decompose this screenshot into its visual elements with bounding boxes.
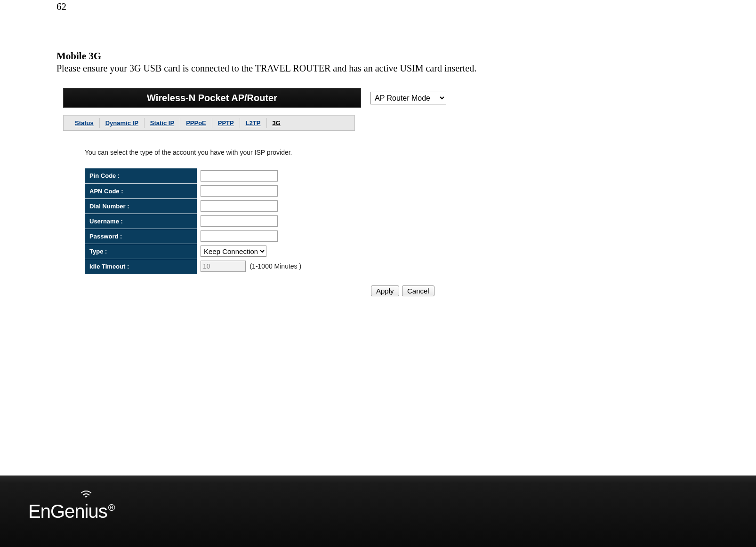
registered-mark: ® [108,502,115,513]
form-content: You can select the type of the account y… [63,131,446,296]
label-idle-timeout: Idle Timeout : [85,259,197,274]
input-username[interactable] [201,215,278,227]
page-number: 62 [56,1,700,13]
wifi-icon [79,491,93,500]
input-password[interactable] [201,230,278,242]
section-title: Mobile 3G [56,50,700,62]
tab-l2tp[interactable]: L2TP [240,118,267,128]
tab-3g[interactable]: 3G [267,118,286,128]
input-pin-code[interactable] [201,170,278,182]
idle-timeout-hint: (1-1000 Minutes ) [249,262,301,270]
settings-table: Pin Code : APN Code : Dial Number : User… [85,168,305,274]
input-apn-code[interactable] [201,185,278,197]
brand-text-prefix: EnGen [28,501,85,522]
input-idle-timeout[interactable] [201,261,246,272]
tab-pppoe[interactable]: PPPoE [180,118,212,128]
cancel-button[interactable]: Cancel [402,285,434,296]
label-username: Username : [85,214,197,229]
tab-pptp[interactable]: PPTP [212,118,240,128]
tab-static-ip[interactable]: Static IP [145,118,180,128]
select-type[interactable]: Keep Connection [201,246,266,257]
apply-button[interactable]: Apply [371,285,399,296]
instruction-text: You can select the type of the account y… [85,149,446,156]
tab-dynamic-ip[interactable]: Dynamic IP [100,118,145,128]
tab-bar: Status Dynamic IP Static IP PPPoE PPTP L… [63,115,355,131]
footer: EnGenius® [0,476,756,547]
section-description: Please ensure your 3G USB card is connec… [56,63,700,74]
banner-title: Wireless-N Pocket AP/Router [63,88,361,108]
label-password: Password : [85,229,197,244]
button-row: Apply Cancel [371,285,446,296]
router-config-panel: Wireless-N Pocket AP/Router AP Router Mo… [63,88,446,296]
label-type: Type : [85,244,197,259]
label-apn-code: APN Code : [85,183,197,198]
brand-logo: EnGenius® [28,501,114,522]
header-bar: Wireless-N Pocket AP/Router AP Router Mo… [63,88,446,108]
label-pin-code: Pin Code : [85,168,197,183]
mode-select[interactable]: AP Router Mode [370,92,446,104]
label-dial-number: Dial Number : [85,198,197,214]
brand-i-wifi: i [85,501,88,522]
brand-text-suffix: us [88,501,107,522]
tab-status[interactable]: Status [69,118,100,128]
input-dial-number[interactable] [201,200,278,212]
